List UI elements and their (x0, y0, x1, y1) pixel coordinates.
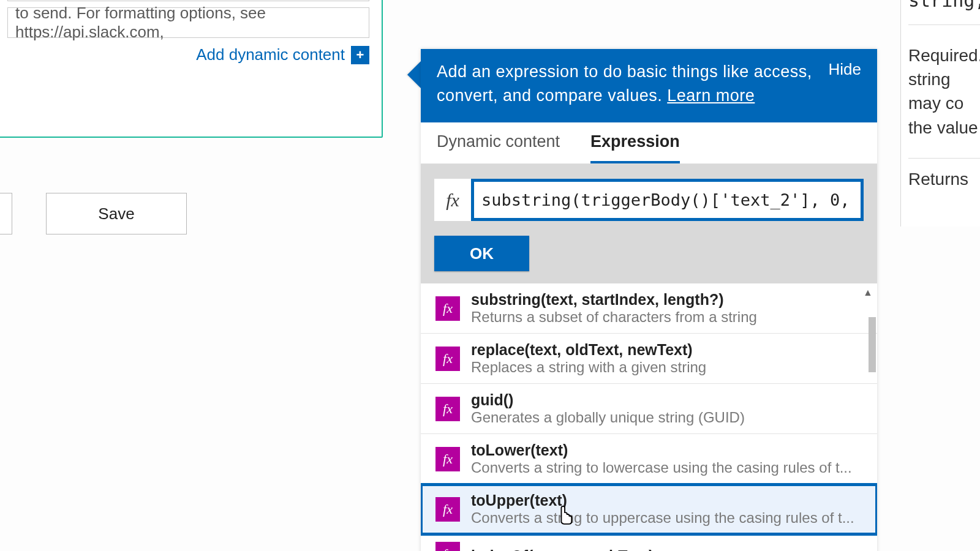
fn-item-substring[interactable]: fx substring(text, startIndex, length?) … (421, 283, 877, 334)
fn-item-indexof[interactable]: fx indexOf(text, searchText) (421, 534, 877, 551)
doc-code: string, (908, 0, 980, 25)
fn-desc: Converts a string to uppercase using the… (471, 509, 862, 527)
save-button-label: Save (98, 204, 134, 223)
scroll-up-icon[interactable]: ▲ (862, 287, 873, 298)
fn-desc: Replaces a string with a given string (471, 359, 862, 376)
secondary-button[interactable] (0, 193, 12, 234)
fx-badge-icon: fx (435, 347, 460, 371)
fx-badge-icon: fx (435, 497, 460, 522)
popover-header: Add an expression to do basic things lik… (421, 49, 877, 122)
tab-dynamic-content[interactable]: Dynamic content (437, 132, 560, 163)
flow-action-card: to send. For formatting options, see htt… (0, 0, 383, 138)
expression-input-wrap (471, 179, 864, 221)
learn-more-link[interactable]: Learn more (667, 86, 755, 105)
add-dynamic-content-link[interactable]: Add dynamic content (196, 45, 345, 64)
function-list[interactable]: ▲ fx substring(text, startIndex, length?… (421, 283, 877, 551)
doc-line: the value (908, 116, 980, 140)
ok-button-label: OK (470, 244, 494, 263)
fn-name: indexOf(text, searchText) (471, 544, 862, 551)
ok-button[interactable]: OK (434, 236, 529, 271)
popover-header-text: Add an expression to do basic things lik… (437, 60, 816, 108)
scrollbar-thumb[interactable] (869, 317, 876, 372)
fn-desc: Converts a string to lowercase using the… (471, 459, 862, 476)
doc-line: Required. (908, 43, 980, 67)
fx-badge-icon: fx (435, 542, 460, 551)
fn-desc: Returns a subset of characters from a st… (471, 309, 862, 326)
expression-popover: Add an expression to do basic things lik… (421, 49, 877, 551)
message-input[interactable]: to send. For formatting options, see htt… (7, 7, 369, 38)
expression-bar: fx OK (421, 164, 877, 283)
fn-item-tolower[interactable]: fx toLower(text) Converts a string to lo… (421, 434, 877, 484)
save-button[interactable]: Save (46, 193, 187, 234)
fx-badge-icon: fx (435, 397, 460, 421)
doc-side-panel: string, Required. string may co the valu… (900, 0, 980, 227)
fn-name: substring(text, startIndex, length?) (471, 291, 862, 309)
fn-desc: Generates a globally unique string (GUID… (471, 409, 862, 426)
fn-item-replace[interactable]: fx replace(text, oldText, newText) Repla… (421, 334, 877, 384)
message-placeholder: to send. For formatting options, see htt… (15, 4, 361, 42)
channel-input[interactable] (7, 0, 369, 1)
fn-item-toupper[interactable]: fx toUpper(text) Converts a string to up… (421, 484, 877, 534)
fx-icon: fx (434, 179, 471, 221)
doc-returns: Returns (908, 158, 980, 191)
doc-line: may co (908, 91, 980, 115)
add-dynamic-content-row: Add dynamic content + (1, 38, 375, 64)
popover-arrow-icon (407, 61, 421, 88)
tab-expression[interactable]: Expression (590, 132, 680, 163)
fn-name: replace(text, oldText, newText) (471, 341, 862, 359)
hide-link[interactable]: Hide (829, 60, 861, 108)
fn-name: toLower(text) (471, 441, 862, 459)
doc-line: string (908, 67, 980, 91)
popover-tabs: Dynamic content Expression (421, 122, 877, 164)
fn-name: guid() (471, 391, 862, 409)
expression-input[interactable] (478, 186, 857, 214)
popover-header-message: Add an expression to do basic things lik… (437, 62, 812, 105)
fn-item-guid[interactable]: fx guid() Generates a globally unique st… (421, 384, 877, 434)
fx-badge-icon: fx (435, 296, 460, 321)
fn-name: toUpper(text) (471, 492, 862, 509)
add-dynamic-plus-icon[interactable]: + (351, 46, 369, 64)
fx-badge-icon: fx (435, 447, 460, 471)
